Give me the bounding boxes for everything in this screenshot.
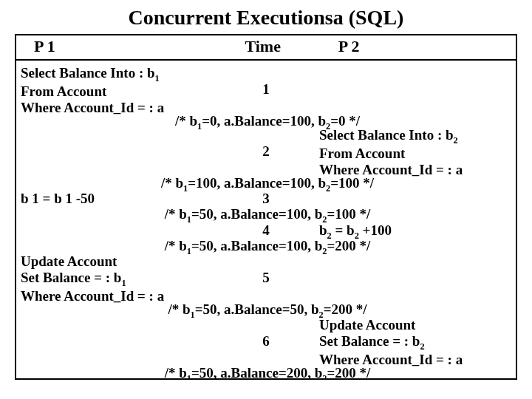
text: =100, a.Balance=100, b [188,175,326,191]
text: =200 */ [327,365,370,380]
header-p2: P 2 [324,35,516,59]
text: /* b [168,301,190,317]
text: Select Balance Into : b [319,127,454,143]
time-5: 5 [16,270,516,286]
text: =0 */ [330,113,360,129]
table-body: Select Balance Into : b1 From Account Wh… [16,61,516,378]
text: =100 */ [330,175,374,191]
text: =50, a.Balance=100, b [191,206,322,222]
text: Update Account [319,317,415,332]
text: =100 */ [327,206,370,222]
text: =200 */ [324,301,367,317]
time-3: 3 [16,191,516,207]
time-1: 1 [16,81,516,98]
table-header: P 1 Time P 2 [16,35,516,61]
header-time: Time [202,35,324,59]
text: /* b [165,365,187,380]
text: /* b [161,175,183,191]
text: /* b [165,206,187,222]
text: =50, a.Balance=50, b [195,301,319,317]
schedule-table: P 1 Time P 2 Select Balance Into : b1 Fr… [15,34,517,380]
text: Select Balance Into : b [21,65,155,81]
text: =50, a.Balance=100, b [191,238,322,253]
text: +100 [359,222,392,238]
slide-title: Concurrent Executionsa (SQL) [15,6,517,30]
text: /* b [165,238,187,253]
text: =0, a.Balance=100, b [202,113,326,129]
text: = b [332,222,355,238]
text: Update Account [21,253,117,269]
text: /* b [175,113,197,129]
time-6: 6 [16,333,516,349]
state-6: /* b1=50, a.Balance=200, b2=200 */ [112,365,423,380]
text: =200 */ [327,238,370,253]
text: =50, a.Balance=200, b [191,365,322,380]
header-p1: P 1 [16,35,202,59]
time-2: 2 [16,143,516,160]
text: b [319,222,327,238]
